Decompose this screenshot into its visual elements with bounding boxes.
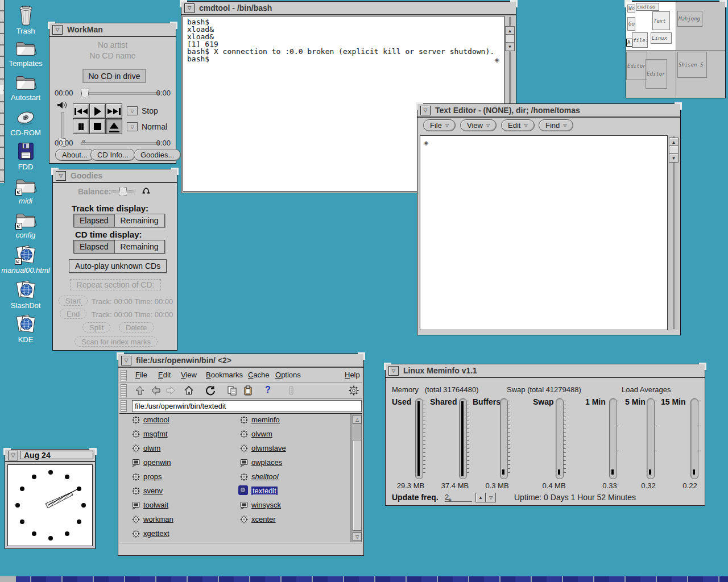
- selected-file-icon-highlight[interactable]: [238, 485, 248, 495]
- window-menu-icon[interactable]: [388, 366, 399, 376]
- gear-file-icon[interactable]: [131, 515, 140, 524]
- locationbar-grip[interactable]: [121, 400, 127, 412]
- about-button[interactable]: About...: [55, 149, 94, 161]
- goodies-titlebar[interactable]: Goodies: [53, 169, 177, 183]
- file-link[interactable]: owplaces: [251, 458, 282, 467]
- menu-bookmarks[interactable]: Bookmarks: [206, 371, 243, 379]
- desktop-icon-midi[interactable]: midi: [0, 175, 51, 205]
- window-menu-icon[interactable]: [121, 356, 131, 365]
- pager-mini-window[interactable]: Shisen-S: [677, 52, 707, 78]
- editor-scrollbar[interactable]: ▲ ▼: [668, 135, 679, 330]
- track-time-toggle[interactable]: Elapsed Remaining: [73, 214, 165, 227]
- editor-text-area[interactable]: [420, 135, 668, 330]
- gear-file-icon[interactable]: [131, 430, 140, 439]
- play-mode-dropdown[interactable]: [127, 122, 138, 131]
- copy-icon[interactable]: [226, 385, 238, 396]
- pager-mini-window[interactable]: Wo: [627, 5, 635, 13]
- desktop-icon-autostart[interactable]: Autostart: [0, 72, 51, 101]
- track-slider-thumb[interactable]: [81, 89, 89, 97]
- pager-mini-window[interactable]: Linux: [651, 32, 672, 44]
- gear-file-icon[interactable]: [239, 444, 249, 453]
- scroll-down-icon[interactable]: ▽: [353, 532, 362, 541]
- menu-help[interactable]: Help: [345, 371, 360, 379]
- gear-file-icon[interactable]: [131, 529, 140, 538]
- file-link[interactable]: cmdtool: [143, 415, 169, 424]
- window-menu-icon[interactable]: [420, 106, 431, 115]
- texteditor-titlebar[interactable]: Text Editor - (NONE), dir; /home/tomas: [417, 104, 680, 118]
- scroll-down-icon[interactable]: ▼: [669, 153, 679, 163]
- elapsed-option[interactable]: Elapsed: [74, 240, 115, 253]
- toolbar-grip[interactable]: [121, 384, 127, 397]
- back-icon[interactable]: [150, 385, 162, 396]
- gear-file-icon[interactable]: [239, 515, 249, 524]
- desktop-icon-manual00-html[interactable]: manual00.html: [0, 243, 51, 274]
- gear-file-icon[interactable]: [239, 472, 249, 481]
- script-file-icon[interactable]: [239, 501, 249, 510]
- gear-file-icon[interactable]: [239, 430, 249, 439]
- window-menu-icon[interactable]: [52, 25, 63, 35]
- balance-thumb[interactable]: [119, 187, 127, 196]
- pager-mini-window[interactable]: file:: [632, 32, 648, 48]
- kde-gear-icon[interactable]: [348, 385, 359, 396]
- paste-icon[interactable]: [242, 385, 254, 396]
- window-menu-icon[interactable]: [184, 3, 195, 13]
- up-icon[interactable]: [134, 385, 146, 396]
- workman-titlebar[interactable]: WorkMan: [49, 23, 176, 37]
- goodies-button[interactable]: Goodies...: [134, 149, 181, 161]
- file-link[interactable]: workman: [143, 515, 173, 523]
- file-link[interactable]: props: [143, 472, 162, 481]
- file-menu-button[interactable]: File: [423, 119, 456, 131]
- file-link[interactable]: msgfmt: [143, 430, 168, 438]
- eject-button[interactable]: [106, 119, 122, 134]
- desktop-icon-templates[interactable]: Templates: [0, 38, 51, 67]
- file-link[interactable]: xcenter: [251, 515, 276, 523]
- elapsed-option[interactable]: Elapsed: [74, 214, 115, 227]
- desktop-icon-kde[interactable]: KDE: [0, 313, 51, 343]
- pager-mini-window[interactable]: Mahjong: [677, 11, 702, 27]
- file-link[interactable]: olwm: [143, 444, 160, 452]
- menu-view[interactable]: View: [181, 371, 197, 379]
- gear-file-icon[interactable]: [131, 415, 140, 425]
- location-input[interactable]: [132, 400, 362, 412]
- cmdtool-titlebar[interactable]: cmdtool - /bin/bash: [181, 2, 516, 15]
- kfm-titlebar[interactable]: file:/usr/openwin/bin/ <2>: [118, 354, 363, 368]
- file-link[interactable]: meminfo: [251, 415, 280, 424]
- home-icon[interactable]: [183, 385, 195, 396]
- script-file-icon[interactable]: [131, 458, 140, 467]
- file-link[interactable]: olvwm: [251, 430, 272, 438]
- scroll-up-icon[interactable]: △: [353, 415, 362, 424]
- desktop-icon-config[interactable]: config: [0, 209, 51, 239]
- gear-file-icon[interactable]: [131, 444, 140, 453]
- script-file-icon[interactable]: [239, 458, 249, 467]
- gear-file-icon[interactable]: [131, 487, 140, 496]
- gear-file-icon[interactable]: [131, 472, 140, 481]
- file-link-symlink[interactable]: shelltool: [251, 472, 279, 481]
- track-position-slider[interactable]: [81, 92, 159, 95]
- view-menu-button[interactable]: View: [460, 119, 497, 131]
- edit-menu-button[interactable]: Edit: [501, 119, 535, 131]
- cd-time-toggle[interactable]: Elapsed Remaining: [73, 240, 165, 253]
- menu-options[interactable]: Options: [275, 371, 301, 379]
- cd-info-button[interactable]: CD Info...: [90, 149, 135, 161]
- file-link[interactable]: olwmslave: [251, 444, 286, 452]
- desktop-icon-trash[interactable]: Trash: [0, 3, 51, 35]
- stop-button[interactable]: [89, 119, 106, 134]
- file-link[interactable]: openwin: [143, 458, 171, 467]
- pager-mini-window[interactable]: Editor: [646, 59, 667, 89]
- meminfo-titlebar[interactable]: Linux Meminfo v1.1: [386, 364, 705, 378]
- clock-titlebar[interactable]: Aug 24: [5, 450, 95, 462]
- scroll-down-icon[interactable]: ▼: [505, 42, 515, 51]
- file-link-selected[interactable]: textedit: [251, 487, 278, 495]
- menu-cache[interactable]: Cache: [248, 371, 270, 379]
- prev-track-button[interactable]: [73, 103, 89, 119]
- desktop-icon-cdrom[interactable]: CD-ROM: [0, 107, 51, 136]
- forward-icon[interactable]: [165, 385, 176, 396]
- pager-mini-window[interactable]: Go: [627, 17, 635, 31]
- desktop-icon-slashdot[interactable]: SlashDot: [0, 278, 51, 309]
- file-link[interactable]: svenv: [143, 487, 163, 495]
- window-menu-icon[interactable]: [56, 171, 66, 181]
- file-link[interactable]: toolwait: [143, 501, 168, 509]
- pause-button[interactable]: [73, 119, 89, 134]
- kfm-scrollbar[interactable]: △ ▽: [351, 414, 362, 542]
- remaining-option[interactable]: Remaining: [115, 214, 164, 227]
